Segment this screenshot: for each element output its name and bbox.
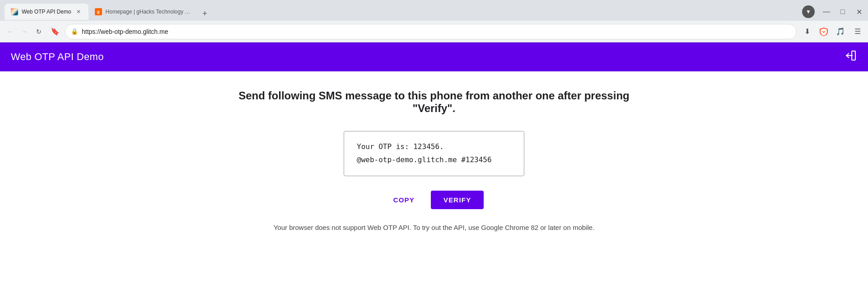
- login-icon: [845, 49, 857, 62]
- tab-web-otp[interactable]: Web OTP API Demo ✕: [5, 4, 89, 20]
- download-button[interactable]: ⬇: [800, 25, 814, 38]
- brave-shield-button[interactable]: [817, 25, 830, 38]
- page-content: Send following SMS message to this phone…: [0, 71, 868, 290]
- tab-label-ghacks: Homepage | gHacks Technology News: [106, 9, 191, 15]
- address-bar: ← → ↻ 🔖 🔒 https://web-otp-demo.glitch.me…: [0, 21, 868, 42]
- tab-ghacks[interactable]: g Homepage | gHacks Technology News: [89, 4, 197, 20]
- lock-icon: 🔒: [71, 28, 78, 35]
- page-instruction: Send following SMS message to this phone…: [231, 89, 637, 115]
- tab-favicon-ghacks: g: [95, 8, 102, 15]
- title-bar: Web OTP API Demo ✕ g Homepage | gHacks T…: [0, 0, 868, 21]
- verify-button[interactable]: VERIFY: [431, 191, 484, 209]
- reload-button[interactable]: ↻: [33, 25, 45, 38]
- close-button[interactable]: ✕: [854, 8, 863, 16]
- copy-button[interactable]: COPY: [384, 192, 424, 208]
- new-tab-button[interactable]: +: [199, 7, 211, 20]
- tab-favicon-web-otp: [11, 8, 18, 15]
- minimize-button[interactable]: —: [822, 8, 831, 16]
- url-text: https://web-otp-demo.glitch.me: [82, 28, 791, 35]
- app-header: Web OTP API Demo: [0, 42, 868, 71]
- toolbar-right: ⬇ 🎵 ☰: [800, 25, 864, 38]
- bookmark-button[interactable]: 🔖: [49, 25, 61, 38]
- profile-button[interactable]: ▼: [802, 5, 815, 18]
- profile-dropdown-icon: ▼: [806, 9, 811, 15]
- menu-button[interactable]: ☰: [851, 25, 864, 38]
- tab-label-web-otp: Web OTP API Demo: [22, 9, 71, 15]
- back-button[interactable]: ←: [4, 25, 16, 38]
- forward-button[interactable]: →: [18, 25, 31, 38]
- tabs-area: Web OTP API Demo ✕ g Homepage | gHacks T…: [5, 4, 802, 20]
- app-header-icon[interactable]: [845, 49, 857, 65]
- tab-close-web-otp[interactable]: ✕: [75, 8, 82, 15]
- action-buttons: COPY VERIFY: [384, 191, 484, 209]
- support-message: Your browser does not support Web OTP AP…: [274, 224, 595, 231]
- music-button[interactable]: 🎵: [834, 25, 847, 38]
- url-bar[interactable]: 🔒 https://web-otp-demo.glitch.me: [65, 24, 797, 39]
- brave-shield-icon: [819, 27, 829, 37]
- sms-message-box: Your OTP is: 123456. @web-otp-demo.glitc…: [344, 131, 524, 176]
- app-header-title: Web OTP API Demo: [11, 51, 104, 63]
- window-controls: ▼ — □ ✕: [802, 5, 863, 18]
- sms-line1: Your OTP is: 123456.: [357, 140, 511, 154]
- sms-line2: @web-otp-demo.glitch.me #123456: [357, 154, 511, 167]
- nav-buttons: ← → ↻: [4, 25, 45, 38]
- maximize-button[interactable]: □: [838, 8, 847, 16]
- browser-window: Web OTP API Demo ✕ g Homepage | gHacks T…: [0, 0, 868, 290]
